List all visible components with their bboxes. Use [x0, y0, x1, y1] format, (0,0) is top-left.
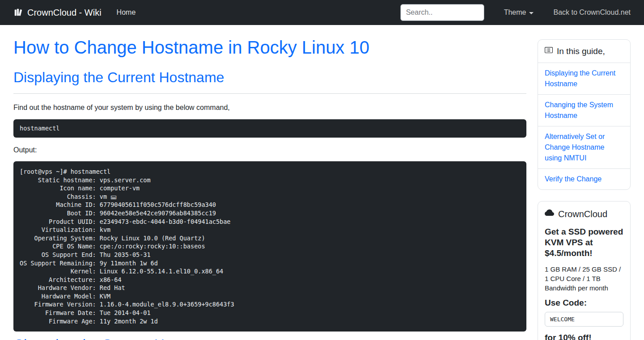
- intro-paragraph: Find out the hostname of your system by …: [13, 102, 526, 113]
- navbar-right-group: Theme Back to CrownCloud.net: [400, 4, 631, 21]
- page-title: How to Change Hostname in Rocky Linux 10: [13, 37, 526, 58]
- article-main: How to Change Hostname in Rocky Linux 10…: [13, 25, 526, 340]
- promo-coupon-code: WELCOME: [545, 312, 623, 327]
- nav-link-back-to-crowncloud[interactable]: Back to CrownCloud.net: [553, 8, 631, 17]
- promo-offer-text: Get a SSD powered KVM VPS at $4.5/month!: [545, 227, 623, 259]
- nav-link-home[interactable]: Home: [117, 8, 136, 17]
- books-icon: [13, 8, 23, 17]
- crowncloud-promo-card: CrownCloud Get a SSD powered KVM VPS at …: [538, 201, 631, 340]
- section-heading-changing-system-hostname: Changing the System Hostname: [13, 336, 526, 340]
- promo-specs-text: 1 GB RAM / 25 GB SSD / 1 CPU Core / 1 TB…: [545, 264, 623, 293]
- theme-dropdown[interactable]: Theme: [504, 8, 534, 17]
- brand-title: CrownCloud - Wiki: [27, 8, 102, 18]
- sidebar: In this guide, Displaying the Current Ho…: [538, 39, 631, 340]
- guide-link-changing-system-hostname[interactable]: Changing the System Hostname: [538, 94, 630, 126]
- section-divider: [13, 93, 526, 94]
- promo-title: CrownCloud: [558, 209, 607, 219]
- in-this-guide-header: In this guide,: [538, 40, 630, 63]
- search-input[interactable]: [400, 4, 484, 21]
- promo-header: CrownCloud: [545, 208, 623, 220]
- output-label: Output:: [13, 145, 526, 155]
- promo-use-code-label: Use Code:: [545, 298, 623, 308]
- command-code-block: hostnamectl: [13, 119, 526, 138]
- in-this-guide-title: In this guide,: [557, 46, 605, 56]
- theme-dropdown-label: Theme: [504, 8, 526, 17]
- section-heading-displaying-current-hostname: Displaying the Current Hostname: [13, 69, 526, 86]
- in-this-guide-card: In this guide, Displaying the Current Ho…: [538, 39, 631, 190]
- cloud-icon: [545, 208, 554, 220]
- page-container: How to Change Hostname in Rocky Linux 10…: [0, 25, 644, 340]
- chevron-down-icon: [529, 12, 534, 14]
- guide-link-nmtui[interactable]: Alternatively Set or Change Hostname usi…: [538, 126, 630, 168]
- top-navbar: CrownCloud - Wiki Home Theme Back to Cro…: [0, 0, 644, 25]
- output-code-block: [root@vps ~]# hostnamectl Static hostnam…: [13, 161, 526, 332]
- promo-discount-text: for 10% off!: [545, 333, 623, 340]
- guide-link-verify-change[interactable]: Verify the Change: [538, 168, 630, 189]
- guide-link-displaying-current-hostname[interactable]: Displaying the Current Hostname: [538, 63, 630, 94]
- card-list-icon: [545, 46, 553, 56]
- brand-link[interactable]: CrownCloud - Wiki: [13, 8, 102, 18]
